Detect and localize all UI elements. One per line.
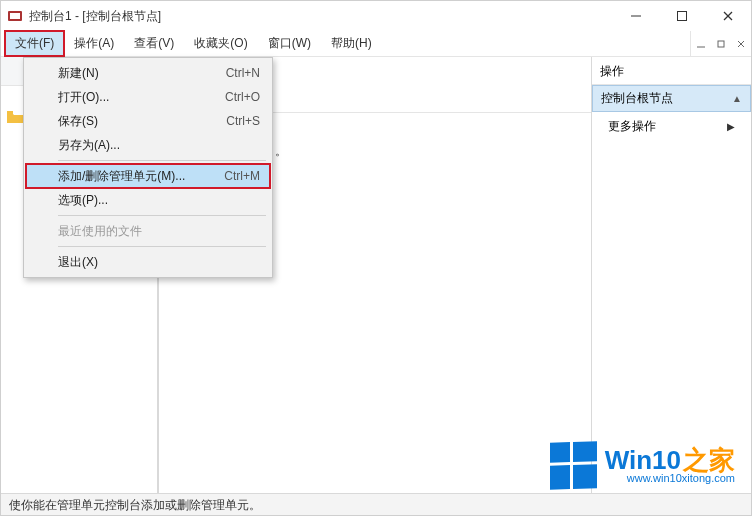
menubar: 文件(F) 操作(A) 查看(V) 收藏夹(O) 窗口(W) 帮助(H) — [1, 31, 751, 57]
menu-save-label: 保存(S) — [58, 113, 98, 130]
mdi-controls — [690, 31, 751, 56]
statusbar: 使你能在管理单元控制台添加或删除管理单元。 — [1, 493, 751, 515]
menu-save-as-label: 另存为(A)... — [58, 137, 120, 154]
menu-options-label: 选项(P)... — [58, 192, 108, 209]
menu-recent-label: 最近使用的文件 — [58, 223, 142, 240]
svg-rect-3 — [678, 12, 687, 21]
mmc-window: 控制台1 - [控制台根节点] 文件(F) 操作(A) 查看(V) 收藏夹(O)… — [0, 0, 752, 516]
svg-rect-1 — [10, 13, 20, 19]
menu-add-remove-label: 添加/删除管理单元(M)... — [58, 168, 185, 185]
menu-open-label: 打开(O)... — [58, 89, 109, 106]
menu-favorites[interactable]: 收藏夹(O) — [184, 31, 257, 56]
menu-new-shortcut: Ctrl+N — [226, 66, 260, 80]
titlebar: 控制台1 - [控制台根节点] — [1, 1, 751, 31]
menu-save-as[interactable]: 另存为(A)... — [26, 133, 270, 157]
menu-exit[interactable]: 退出(X) — [26, 250, 270, 274]
menu-separator — [58, 246, 266, 247]
status-text: 使你能在管理单元控制台添加或删除管理单元。 — [9, 498, 261, 512]
menu-view[interactable]: 查看(V) — [124, 31, 184, 56]
menu-separator — [58, 160, 266, 161]
menu-exit-label: 退出(X) — [58, 254, 98, 271]
menu-open[interactable]: 打开(O)... Ctrl+O — [26, 85, 270, 109]
menu-add-remove-snapin[interactable]: 添加/删除管理单元(M)... Ctrl+M — [26, 164, 270, 188]
file-dropdown-menu: 新建(N) Ctrl+N 打开(O)... Ctrl+O 保存(S) Ctrl+… — [23, 57, 273, 278]
menu-new-label: 新建(N) — [58, 65, 99, 82]
tree-root-item[interactable] — [7, 111, 23, 126]
menu-help[interactable]: 帮助(H) — [321, 31, 382, 56]
menu-open-shortcut: Ctrl+O — [225, 90, 260, 104]
mdi-restore-button[interactable] — [711, 35, 731, 53]
svg-rect-7 — [718, 41, 724, 47]
collapse-icon: ▲ — [732, 93, 742, 104]
actions-pane: 操作 控制台根节点 ▲ 更多操作 ▶ — [591, 57, 751, 493]
menu-new[interactable]: 新建(N) Ctrl+N — [26, 61, 270, 85]
menu-file[interactable]: 文件(F) — [5, 31, 64, 56]
actions-group-header[interactable]: 控制台根节点 ▲ — [592, 85, 751, 112]
menu-action[interactable]: 操作(A) — [64, 31, 124, 56]
svg-rect-10 — [7, 111, 13, 114]
menu-window[interactable]: 窗口(W) — [258, 31, 321, 56]
menu-options[interactable]: 选项(P)... — [26, 188, 270, 212]
menu-save[interactable]: 保存(S) Ctrl+S — [26, 109, 270, 133]
menu-separator — [58, 215, 266, 216]
maximize-button[interactable] — [659, 1, 705, 31]
folder-icon — [7, 111, 23, 126]
actions-group-label: 控制台根节点 — [601, 90, 673, 107]
mdi-minimize-button[interactable] — [691, 35, 711, 53]
mdi-close-button[interactable] — [731, 35, 751, 53]
close-button[interactable] — [705, 1, 751, 31]
actions-more[interactable]: 更多操作 ▶ — [592, 112, 751, 141]
actions-more-label: 更多操作 — [608, 118, 656, 135]
window-controls — [613, 1, 751, 31]
submenu-arrow-icon: ▶ — [727, 121, 735, 132]
actions-title: 操作 — [592, 57, 751, 85]
app-icon — [7, 8, 23, 24]
minimize-button[interactable] — [613, 1, 659, 31]
menu-recent-files: 最近使用的文件 — [26, 219, 270, 243]
window-title: 控制台1 - [控制台根节点] — [29, 8, 161, 25]
menu-add-remove-shortcut: Ctrl+M — [224, 169, 260, 183]
menu-save-shortcut: Ctrl+S — [226, 114, 260, 128]
